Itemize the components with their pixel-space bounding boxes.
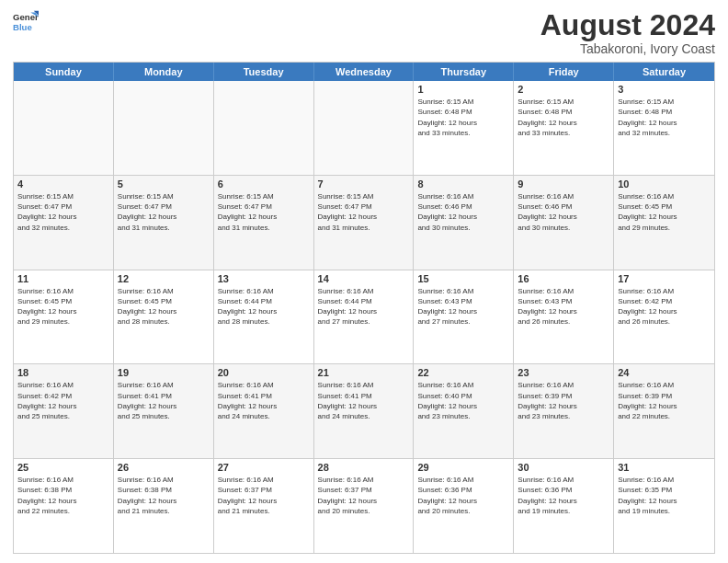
day-info: Sunrise: 6:15 AM Sunset: 6:48 PM Dayligh…	[518, 97, 609, 138]
calendar-cell: 19Sunrise: 6:16 AM Sunset: 6:41 PM Dayli…	[114, 364, 214, 458]
day-info: Sunrise: 6:16 AM Sunset: 6:39 PM Dayligh…	[618, 380, 711, 421]
day-number: 28	[318, 462, 410, 473]
calendar-cell: 1Sunrise: 6:15 AM Sunset: 6:48 PM Daylig…	[414, 81, 514, 175]
day-info: Sunrise: 6:16 AM Sunset: 6:44 PM Dayligh…	[318, 286, 410, 327]
calendar-cell: 15Sunrise: 6:16 AM Sunset: 6:43 PM Dayli…	[414, 270, 514, 364]
calendar-cell: 18Sunrise: 6:16 AM Sunset: 6:42 PM Dayli…	[14, 364, 114, 458]
svg-text:Blue: Blue	[13, 22, 32, 32]
calendar-cell	[314, 81, 415, 175]
calendar-cell: 8Sunrise: 6:16 AM Sunset: 6:46 PM Daylig…	[414, 176, 514, 270]
logo-icon: General Blue	[13, 9, 39, 35]
day-number: 29	[417, 462, 509, 473]
calendar-header: SundayMondayTuesdayWednesdayThursdayFrid…	[14, 63, 714, 81]
day-number: 16	[518, 273, 609, 284]
calendar-cell: 17Sunrise: 6:16 AM Sunset: 6:42 PM Dayli…	[614, 270, 714, 364]
day-info: Sunrise: 6:15 AM Sunset: 6:48 PM Dayligh…	[618, 97, 711, 138]
calendar-row-4: 25Sunrise: 6:16 AM Sunset: 6:38 PM Dayli…	[14, 458, 714, 553]
day-info: Sunrise: 6:16 AM Sunset: 6:38 PM Dayligh…	[17, 475, 109, 516]
header: General Blue August 2024 Tabakoroni, Ivo…	[13, 9, 715, 56]
calendar-cell: 4Sunrise: 6:15 AM Sunset: 6:47 PM Daylig…	[14, 176, 114, 270]
calendar-row-3: 18Sunrise: 6:16 AM Sunset: 6:42 PM Dayli…	[14, 363, 714, 458]
day-info: Sunrise: 6:16 AM Sunset: 6:41 PM Dayligh…	[118, 380, 210, 421]
day-info: Sunrise: 6:16 AM Sunset: 6:42 PM Dayligh…	[618, 286, 711, 327]
day-info: Sunrise: 6:16 AM Sunset: 6:37 PM Dayligh…	[318, 475, 410, 516]
calendar: SundayMondayTuesdayWednesdayThursdayFrid…	[13, 62, 715, 554]
day-info: Sunrise: 6:16 AM Sunset: 6:36 PM Dayligh…	[417, 475, 509, 516]
calendar-cell: 2Sunrise: 6:15 AM Sunset: 6:48 PM Daylig…	[514, 81, 614, 175]
day-number: 17	[618, 273, 711, 284]
day-number: 22	[417, 367, 509, 378]
day-info: Sunrise: 6:16 AM Sunset: 6:39 PM Dayligh…	[518, 380, 609, 421]
day-number: 3	[618, 84, 711, 95]
day-number: 1	[417, 84, 509, 95]
calendar-cell: 12Sunrise: 6:16 AM Sunset: 6:45 PM Dayli…	[114, 270, 214, 364]
day-number: 26	[118, 462, 210, 473]
day-info: Sunrise: 6:16 AM Sunset: 6:45 PM Dayligh…	[17, 286, 109, 327]
day-number: 27	[218, 462, 310, 473]
day-info: Sunrise: 6:16 AM Sunset: 6:46 PM Dayligh…	[518, 191, 609, 233]
day-info: Sunrise: 6:15 AM Sunset: 6:47 PM Dayligh…	[218, 191, 310, 233]
calendar-cell: 14Sunrise: 6:16 AM Sunset: 6:44 PM Dayli…	[314, 270, 415, 364]
calendar-cell	[14, 81, 114, 175]
day-info: Sunrise: 6:16 AM Sunset: 6:43 PM Dayligh…	[518, 286, 609, 327]
calendar-cell	[214, 81, 314, 175]
day-number: 19	[118, 367, 210, 378]
calendar-body: 1Sunrise: 6:15 AM Sunset: 6:48 PM Daylig…	[14, 81, 714, 553]
calendar-cell: 28Sunrise: 6:16 AM Sunset: 6:37 PM Dayli…	[314, 459, 415, 553]
header-cell-thursday: Thursday	[414, 63, 514, 81]
calendar-cell: 22Sunrise: 6:16 AM Sunset: 6:40 PM Dayli…	[414, 364, 514, 458]
day-info: Sunrise: 6:15 AM Sunset: 6:47 PM Dayligh…	[17, 191, 109, 233]
calendar-row-0: 1Sunrise: 6:15 AM Sunset: 6:48 PM Daylig…	[14, 81, 714, 175]
header-cell-sunday: Sunday	[14, 63, 114, 81]
calendar-cell: 10Sunrise: 6:16 AM Sunset: 6:45 PM Dayli…	[614, 176, 714, 270]
calendar-cell: 16Sunrise: 6:16 AM Sunset: 6:43 PM Dayli…	[514, 270, 614, 364]
day-info: Sunrise: 6:16 AM Sunset: 6:45 PM Dayligh…	[618, 191, 711, 233]
main-title: August 2024	[540, 9, 715, 41]
calendar-cell: 31Sunrise: 6:16 AM Sunset: 6:35 PM Dayli…	[614, 459, 714, 553]
calendar-cell: 21Sunrise: 6:16 AM Sunset: 6:41 PM Dayli…	[314, 364, 415, 458]
day-info: Sunrise: 6:15 AM Sunset: 6:47 PM Dayligh…	[118, 191, 210, 233]
subtitle: Tabakoroni, Ivory Coast	[540, 41, 715, 56]
day-number: 4	[17, 178, 109, 190]
day-number: 11	[17, 273, 109, 284]
header-cell-saturday: Saturday	[614, 63, 714, 81]
calendar-row-1: 4Sunrise: 6:15 AM Sunset: 6:47 PM Daylig…	[14, 175, 714, 270]
header-cell-friday: Friday	[514, 63, 614, 81]
day-info: Sunrise: 6:15 AM Sunset: 6:47 PM Dayligh…	[318, 191, 410, 233]
header-cell-wednesday: Wednesday	[314, 63, 415, 81]
day-info: Sunrise: 6:16 AM Sunset: 6:43 PM Dayligh…	[417, 286, 509, 327]
day-number: 20	[218, 367, 310, 378]
calendar-cell: 3Sunrise: 6:15 AM Sunset: 6:48 PM Daylig…	[614, 81, 714, 175]
day-number: 30	[518, 462, 609, 473]
day-number: 5	[118, 178, 210, 190]
calendar-cell	[114, 81, 214, 175]
day-number: 8	[417, 178, 509, 190]
calendar-cell: 6Sunrise: 6:15 AM Sunset: 6:47 PM Daylig…	[214, 176, 314, 270]
day-number: 10	[618, 178, 711, 190]
calendar-cell: 9Sunrise: 6:16 AM Sunset: 6:46 PM Daylig…	[514, 176, 614, 270]
calendar-cell: 11Sunrise: 6:16 AM Sunset: 6:45 PM Dayli…	[14, 270, 114, 364]
calendar-row-2: 11Sunrise: 6:16 AM Sunset: 6:45 PM Dayli…	[14, 270, 714, 364]
day-number: 21	[318, 367, 410, 378]
day-number: 9	[518, 178, 609, 190]
day-number: 14	[318, 273, 410, 284]
logo: General Blue	[13, 9, 39, 35]
day-info: Sunrise: 6:16 AM Sunset: 6:36 PM Dayligh…	[518, 475, 609, 516]
day-number: 25	[17, 462, 109, 473]
day-number: 24	[618, 367, 711, 378]
header-cell-monday: Monday	[114, 63, 214, 81]
day-number: 23	[518, 367, 609, 378]
calendar-cell: 30Sunrise: 6:16 AM Sunset: 6:36 PM Dayli…	[514, 459, 614, 553]
day-number: 7	[318, 178, 410, 190]
calendar-cell: 23Sunrise: 6:16 AM Sunset: 6:39 PM Dayli…	[514, 364, 614, 458]
day-info: Sunrise: 6:16 AM Sunset: 6:35 PM Dayligh…	[618, 475, 711, 516]
calendar-cell: 29Sunrise: 6:16 AM Sunset: 6:36 PM Dayli…	[414, 459, 514, 553]
day-number: 15	[417, 273, 509, 284]
day-info: Sunrise: 6:16 AM Sunset: 6:45 PM Dayligh…	[118, 286, 210, 327]
day-info: Sunrise: 6:16 AM Sunset: 6:40 PM Dayligh…	[417, 380, 509, 421]
page: General Blue August 2024 Tabakoroni, Ivo…	[0, 0, 728, 563]
day-info: Sunrise: 6:15 AM Sunset: 6:48 PM Dayligh…	[417, 97, 509, 138]
day-info: Sunrise: 6:16 AM Sunset: 6:46 PM Dayligh…	[417, 191, 509, 233]
day-info: Sunrise: 6:16 AM Sunset: 6:44 PM Dayligh…	[218, 286, 310, 327]
calendar-cell: 24Sunrise: 6:16 AM Sunset: 6:39 PM Dayli…	[614, 364, 714, 458]
